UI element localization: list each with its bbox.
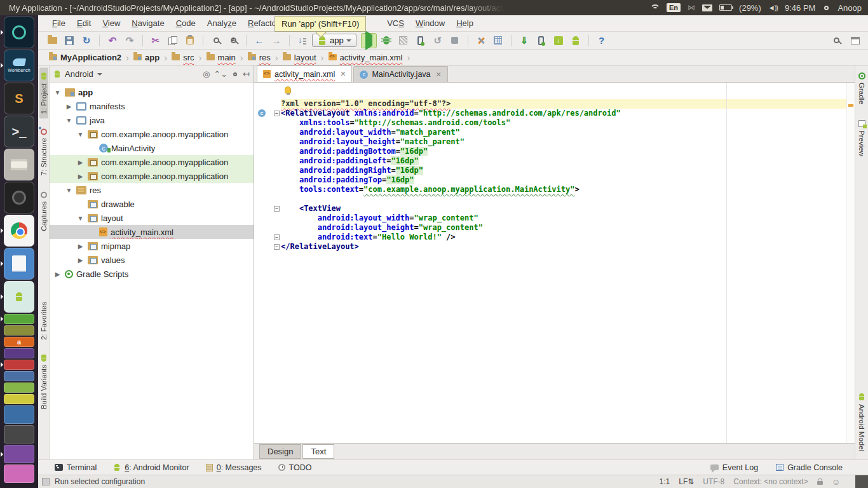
toolwindow-tab-favorites[interactable]: 2: Favorites: [39, 294, 48, 344]
fold-marker[interactable]: −: [274, 206, 280, 212]
project-structure-button[interactable]: [491, 33, 506, 48]
tree-expanded-arrow[interactable]: ▼: [53, 89, 62, 96]
launcher-speaker[interactable]: [4, 182, 34, 214]
launcher-pinned-app[interactable]: [4, 464, 34, 483]
fold-marker[interactable]: −: [274, 244, 280, 250]
find-button[interactable]: [208, 33, 224, 48]
warning-stripe-mark[interactable]: [848, 104, 853, 107]
tab-text[interactable]: Text: [302, 444, 334, 459]
launcher-android-studio[interactable]: [4, 17, 34, 48]
launcher-pinned-app[interactable]: a: [4, 337, 34, 347]
attach-debugger-button[interactable]: [413, 33, 428, 48]
menu-help[interactable]: Help: [451, 17, 478, 30]
debug-button[interactable]: [379, 33, 394, 48]
launcher-pinned-app[interactable]: [4, 371, 34, 381]
resize-grip[interactable]: [855, 475, 868, 488]
tree-collapsed-arrow[interactable]: ▶: [76, 243, 85, 250]
tree-expanded-arrow[interactable]: ▼: [65, 117, 73, 124]
tree-expanded-arrow[interactable]: ▼: [76, 215, 85, 222]
tree-item-com.example.anoop.myapplication[interactable]: ▶com.example.anoop.myapplication: [50, 155, 254, 169]
launcher-pinned-app[interactable]: [4, 360, 34, 370]
tree-expanded-arrow[interactable]: ▼: [76, 131, 85, 138]
toolwindow-tab-project[interactable]: 1: Project: [39, 68, 48, 119]
toolwindow-button-androidmonitor[interactable]: 6: Android Monitor: [113, 463, 189, 472]
toolwindow-button[interactable]: [848, 33, 863, 48]
tree-item-mipmap[interactable]: ▶mipmap: [50, 239, 254, 253]
breadcrumb-src[interactable]: src: [170, 53, 196, 62]
tree-collapsed-arrow[interactable]: ▶: [76, 159, 85, 166]
hector-icon[interactable]: ☺: [832, 477, 840, 487]
tree-item-layout[interactable]: ▼layout: [50, 211, 254, 225]
error-stripe[interactable]: [846, 83, 855, 443]
toolwindow-button-messages[interactable]: 0: Messages: [206, 463, 262, 472]
save-all-button[interactable]: [62, 33, 77, 48]
tree-item-mainactivity[interactable]: cMainActivity: [50, 141, 254, 155]
toolwindow-tab-androidmodel[interactable]: Android Model: [857, 389, 866, 456]
launcher-pinned-app[interactable]: [4, 325, 34, 336]
launcher-pinned-app[interactable]: [4, 445, 34, 463]
close-icon[interactable]: ✕: [340, 70, 346, 78]
launcher-terminal[interactable]: >_: [4, 116, 34, 147]
menu-vcs[interactable]: VCS: [382, 17, 409, 30]
help-button[interactable]: ?: [594, 33, 609, 48]
menu-view[interactable]: View: [97, 17, 125, 30]
forward-button[interactable]: →: [269, 33, 284, 48]
menu-edit[interactable]: Edit: [72, 17, 96, 30]
mail-icon[interactable]: [702, 4, 712, 11]
undo-button[interactable]: ↶: [105, 33, 120, 48]
context-indicator[interactable]: Context: <no context>: [733, 477, 808, 486]
open-button[interactable]: [44, 33, 60, 48]
lock-icon[interactable]: [817, 481, 823, 485]
launcher-pinned-app[interactable]: [4, 394, 34, 404]
locate-file-button[interactable]: ◎: [203, 69, 210, 79]
paste-button[interactable]: [182, 33, 198, 48]
gradle-sync-button[interactable]: ⇓: [517, 33, 532, 48]
search-everywhere-button[interactable]: [829, 33, 844, 48]
code-editor[interactable]: ?xml version="1.0" encoding="utf-8"?>c−<…: [254, 83, 855, 443]
panel-settings-gear-icon[interactable]: [233, 72, 237, 76]
hide-panel-button[interactable]: ↤: [243, 69, 250, 79]
launcher-pinned-app[interactable]: [4, 425, 34, 444]
project-view-selector[interactable]: Android: [65, 69, 93, 79]
avd-manager-button[interactable]: [534, 33, 549, 48]
tree-item-com.example.anoop.myapplication[interactable]: ▶com.example.anoop.myapplication: [50, 169, 254, 183]
clock[interactable]: 9:46 PM: [785, 3, 815, 13]
tree-item-drawable[interactable]: drawable: [50, 197, 254, 211]
menu-analyze[interactable]: Analyze: [202, 17, 241, 30]
launcher-android-sdk[interactable]: [4, 281, 34, 313]
context-badge-icon[interactable]: c: [258, 109, 266, 117]
copy-button[interactable]: [165, 33, 180, 48]
breadcrumb-res[interactable]: res: [246, 53, 273, 62]
toolwindow-tab-structure[interactable]: 7: Structure: [39, 124, 48, 180]
replace-button[interactable]: [226, 33, 241, 48]
tree-item-gradlescripts[interactable]: ▶Gradle Scripts: [50, 267, 254, 281]
breadcrumb-activity_main.xml[interactable]: activity_main.xml: [327, 53, 405, 62]
toolwindow-button-eventlog[interactable]: Event Log: [710, 463, 758, 472]
breadcrumb-MyApplication2[interactable]: MyApplication2: [47, 53, 123, 62]
stop-button[interactable]: [447, 33, 463, 48]
cut-button[interactable]: ✂: [148, 33, 163, 48]
line-ending-selector[interactable]: LF⇅: [679, 477, 694, 486]
sdk-manager-button[interactable]: ↓: [551, 33, 566, 48]
menu-navigate[interactable]: Navigate: [126, 17, 169, 30]
chevron-down-icon[interactable]: [97, 73, 102, 76]
volume-icon[interactable]: ◄)): [768, 4, 778, 11]
tab-design[interactable]: Design: [259, 444, 301, 459]
android-device-monitor-button[interactable]: [568, 33, 583, 48]
close-icon[interactable]: ✕: [436, 71, 442, 79]
toolwindow-tab-gradle[interactable]: Gradle: [857, 68, 866, 109]
launcher-mysql-workbench[interactable]: Workbench: [4, 50, 34, 81]
launcher-chrome[interactable]: [4, 215, 34, 247]
redo-button[interactable]: ↷: [122, 33, 137, 48]
launcher-pinned-app[interactable]: [4, 348, 34, 358]
rerun-button[interactable]: ↺: [430, 33, 445, 48]
collapse-all-button[interactable]: ⌃⌄: [214, 69, 227, 79]
launcher-file-cabinet[interactable]: [4, 149, 34, 180]
tree-item-res[interactable]: ▼res: [50, 183, 254, 197]
tree-item-app[interactable]: ▼app: [50, 85, 254, 99]
toolwindow-button-terminal[interactable]: Terminal: [55, 463, 97, 472]
back-button[interactable]: ←: [252, 33, 267, 48]
encoding-selector[interactable]: UTF-8: [703, 477, 724, 486]
coverage-button[interactable]: [396, 33, 411, 48]
tree-item-activity_main.xml[interactable]: activity_main.xml: [50, 225, 254, 239]
